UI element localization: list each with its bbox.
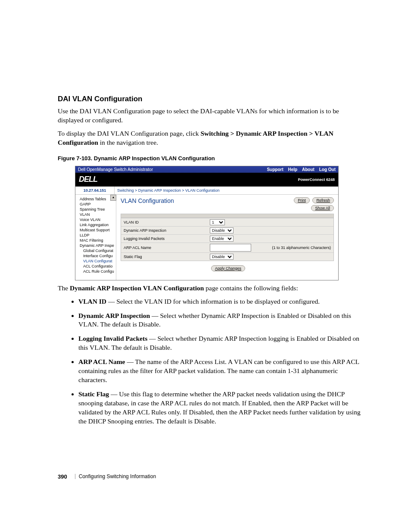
field-term: Dynamic ARP Inspection <box>78 312 150 319</box>
fields-intro: The Dynamic ARP Inspection VLAN Configur… <box>58 284 364 293</box>
field-term: Static Flag <box>78 390 109 398</box>
intro-paragraph-2: To display the DAI VLAN Configuration pa… <box>58 129 364 147</box>
dell-logo: DELL <box>79 175 97 184</box>
intro-paragraph-1: Use the DAI VLAN Configuration page to s… <box>58 107 364 125</box>
acl-name-input[interactable] <box>210 244 251 252</box>
form-tab <box>121 214 333 218</box>
link-help[interactable]: Help <box>288 167 298 172</box>
breadcrumb: Switching > Dynamic ARP Inspection > VLA… <box>115 187 222 194</box>
sidebar-item[interactable]: Voice VLAN <box>76 217 115 222</box>
page-title: VLAN Configuration <box>121 197 174 204</box>
intro2-post: in the navigation tree. <box>98 139 158 146</box>
field-item: Dynamic ARP Inspection — Select whether … <box>78 311 364 330</box>
field-list: VLAN ID — Select the VLAN ID for which i… <box>58 297 364 426</box>
field-item: ARP ACL Name — The name of the ARP Acces… <box>78 358 364 385</box>
logging-select[interactable]: Enable <box>210 236 234 242</box>
field-term: Logging Invalid Packets <box>78 335 147 342</box>
app-titlebar: Dell OpenManage Switch Administrator Sup… <box>75 166 338 173</box>
print-button[interactable]: Print <box>294 197 310 203</box>
sidebar-item[interactable]: Spanning Tree <box>76 207 115 212</box>
show-all-button[interactable]: Show All <box>311 205 334 211</box>
section-heading: DAI VLAN Configuration <box>58 95 364 103</box>
label-vlan-id: VLAN ID <box>124 220 210 224</box>
sidebar-sub[interactable]: Global Configurat <box>76 248 115 253</box>
field-desc: — Select the VLAN ID for which informati… <box>106 298 320 305</box>
sidebar-item[interactable]: Multicast Support <box>76 227 115 233</box>
sidebar-item[interactable]: MAC Filtering <box>76 238 115 243</box>
field-desc: — Use this flag to determine whether the… <box>78 390 361 425</box>
figure-caption: Figure 7-103. Dynamic ARP Inspection VLA… <box>58 155 364 162</box>
label-dai: Dynamic ARP Inspection <box>124 228 210 233</box>
field-term: ARP ACL Name <box>78 358 125 365</box>
sidebar-sub-selected[interactable]: VLAN Configurat <box>76 258 115 264</box>
label-static-flag: Static Flag <box>124 255 210 259</box>
vlan-id-select[interactable]: 1 <box>210 219 225 225</box>
sidebar-sub[interactable]: Interface Configu <box>76 253 115 258</box>
field-term: VLAN ID <box>78 298 106 305</box>
label-logging: Logging Invalid Packets <box>124 236 210 241</box>
refresh-button[interactable]: Refresh <box>312 197 334 203</box>
link-support[interactable]: Support <box>267 167 283 172</box>
fields-intro-post: page contains the following fields: <box>204 284 298 292</box>
chapter-title: Configuring Switching Information <box>79 473 156 479</box>
static-flag-select[interactable]: Disable <box>210 254 234 260</box>
link-logout[interactable]: Log Out <box>319 167 336 172</box>
acl-name-hint: (1 to 31 alphanumeric Characters) <box>272 246 331 250</box>
titlebar-links: Support Help About Log Out <box>263 167 336 172</box>
sidebar-item[interactable]: VLAN <box>76 212 115 217</box>
fields-intro-bold: Dynamic ARP Inspection VLAN Configuratio… <box>70 284 204 292</box>
logo-row: DELL PowerConnect 6248 <box>75 173 338 187</box>
sidebar-item[interactable]: Dynamic ARP Inspe <box>76 243 115 248</box>
page-number: 390 <box>58 473 67 480</box>
field-item: Static Flag — Use this flag to determine… <box>78 390 364 426</box>
screenshot-panel: Dell OpenManage Switch Administrator Sup… <box>75 166 339 280</box>
model-label: PowerConnect 6248 <box>298 177 335 182</box>
link-about[interactable]: About <box>302 167 314 172</box>
page-footer: 390 Configuring Switching Information <box>58 473 364 480</box>
scroll-up-icon[interactable]: ▴ <box>110 195 116 201</box>
sidebar-item[interactable]: GARP <box>76 202 115 207</box>
sidebar-item[interactable]: Address Tables <box>76 196 115 202</box>
sidebar-sub[interactable]: ACL Configuratio <box>76 264 115 269</box>
device-ip: 10.27.64.151 <box>75 187 115 194</box>
intro2-pre: To display the DAI VLAN Configuration pa… <box>58 130 200 137</box>
app-title: Dell OpenManage Switch Administrator <box>78 167 153 172</box>
breadcrumb-row: 10.27.64.151 Switching > Dynamic ARP Ins… <box>75 187 338 195</box>
nav-sidebar: ▴ Address Tables GARP Spanning Tree VLAN… <box>75 195 116 280</box>
fields-intro-pre: The <box>58 284 70 292</box>
label-acl-name: ARP ACL Name <box>124 246 210 250</box>
dai-select[interactable]: Disable <box>210 227 234 233</box>
field-item: Logging Invalid Packets — Select whether… <box>78 334 364 352</box>
form-box: VLAN ID 1 Dynamic ARP Inspection Disable… <box>121 214 334 261</box>
field-item: VLAN ID — Select the VLAN ID for which i… <box>78 297 364 306</box>
sidebar-item[interactable]: LLDP <box>76 233 115 238</box>
footer-separator <box>75 474 75 479</box>
sidebar-item[interactable]: Link Aggregation <box>76 222 115 227</box>
apply-changes-button[interactable]: Apply Changes <box>211 265 245 271</box>
sidebar-sub[interactable]: ACL Rule Configu <box>76 269 115 274</box>
content-pane: VLAN Configuration Print Refresh Show Al… <box>116 195 338 280</box>
